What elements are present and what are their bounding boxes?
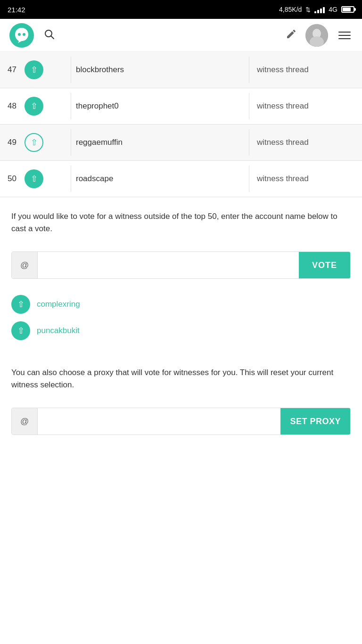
svg-point-1 (18, 33, 21, 36)
voted-witnesses-section: ⇧complexring⇧puncakbukit (0, 286, 362, 353)
voted-witness-name: complexring (37, 300, 80, 309)
witness-vote-button[interactable]: ⇧ (25, 97, 43, 116)
rank-cell: 49⇧ (0, 125, 71, 160)
header-left (9, 23, 55, 48)
proxy-info-section: You can also choose a proxy that will vo… (0, 353, 362, 400)
rank-number: 48 (8, 101, 19, 111)
witness-table: 47⇧blockbrotherswitness thread48⇧theprop… (0, 52, 362, 197)
vote-input-row: @ VOTE (11, 251, 351, 279)
vote-at-prefix: @ (12, 252, 38, 278)
header-right (286, 24, 353, 47)
witness-name: reggaemuffin (71, 129, 249, 156)
proxy-input-row: @ SET PROXY (11, 408, 351, 435)
witness-vote-button[interactable]: ⇧ (25, 133, 43, 152)
rank-number: 47 (8, 65, 19, 75)
vote-account-input[interactable] (38, 252, 299, 278)
header (0, 19, 362, 52)
witness-link[interactable]: witness thread (249, 129, 362, 156)
proxy-at-prefix: @ (12, 408, 38, 435)
signal-bars-icon (314, 6, 325, 13)
voted-witness-item: ⇧puncakbukit (11, 318, 351, 344)
status-right: 4,85K/d ⇅ 4G (279, 6, 354, 13)
vote-info-section: If you would like to vote for a witness … (0, 197, 362, 244)
svg-point-2 (23, 33, 25, 36)
table-row: 50⇧roadscapewitness thread (0, 161, 362, 197)
witness-link[interactable]: witness thread (249, 57, 362, 83)
status-bar: 21:42 4,85K/d ⇅ 4G (0, 0, 362, 19)
voted-witness-vote-button[interactable]: ⇧ (11, 321, 30, 340)
witness-name: theprophet0 (71, 93, 249, 119)
network-speed: 4,85K/d (279, 6, 302, 13)
witness-name: blockbrothers (71, 57, 249, 83)
rank-cell: 48⇧ (0, 88, 71, 124)
rank-number: 50 (8, 174, 19, 184)
rank-cell: 50⇧ (0, 161, 71, 197)
proxy-info-text: You can also choose a proxy that will vo… (11, 367, 351, 391)
app-logo (9, 23, 34, 48)
avatar[interactable] (305, 24, 328, 47)
search-icon[interactable] (43, 28, 55, 42)
vote-button[interactable]: VOTE (299, 252, 350, 278)
set-proxy-button[interactable]: SET PROXY (280, 408, 350, 435)
witness-link[interactable]: witness thread (249, 166, 362, 192)
rank-number: 49 (8, 138, 19, 147)
vote-info-text: If you would like to vote for a witness … (11, 210, 351, 234)
svg-line-4 (51, 36, 54, 39)
menu-line-3 (338, 38, 351, 39)
avatar-image (305, 24, 328, 47)
voted-witness-item: ⇧complexring (11, 291, 351, 318)
witness-vote-button[interactable]: ⇧ (25, 169, 43, 188)
table-row: 48⇧theprophet0witness thread (0, 88, 362, 125)
menu-line-2 (338, 35, 351, 36)
rank-cell: 47⇧ (0, 52, 71, 88)
status-time: 21:42 (8, 6, 25, 14)
battery-icon (341, 6, 354, 13)
witness-name: roadscape (71, 166, 249, 192)
voted-witness-name: puncakbukit (37, 326, 80, 335)
voted-witness-vote-button[interactable]: ⇧ (11, 295, 30, 314)
table-row: 49⇧reggaemuffinwitness thread (0, 125, 362, 161)
witness-vote-button[interactable]: ⇧ (25, 60, 43, 79)
edit-icon[interactable] (286, 28, 297, 42)
hamburger-menu-icon[interactable] (337, 30, 353, 41)
table-row: 47⇧blockbrotherswitness thread (0, 52, 362, 88)
witness-link[interactable]: witness thread (249, 93, 362, 119)
data-arrows-icon: ⇅ (305, 6, 311, 13)
proxy-account-input[interactable] (38, 408, 280, 435)
menu-line-1 (338, 32, 351, 33)
network-type: 4G (329, 6, 337, 13)
